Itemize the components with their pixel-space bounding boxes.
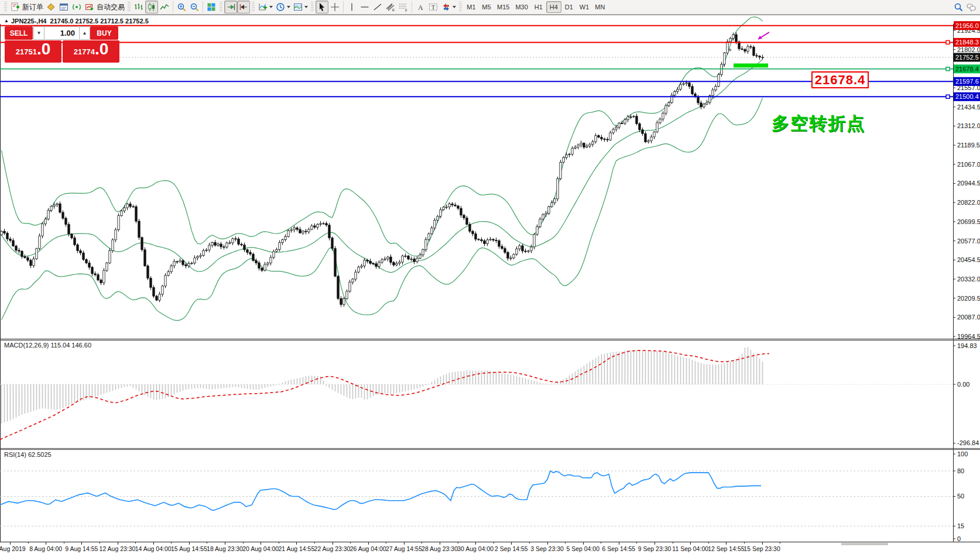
signals-button[interactable] bbox=[70, 1, 83, 13]
candle-bear bbox=[472, 231, 474, 233]
toolbar-grip[interactable] bbox=[4, 2, 7, 12]
text-label-button[interactable]: T bbox=[427, 1, 440, 13]
price-callout-box[interactable]: 21678.4 bbox=[811, 71, 869, 88]
zoom-in-button[interactable] bbox=[175, 1, 188, 13]
cursor-button[interactable] bbox=[316, 1, 328, 13]
zoom-out-button[interactable] bbox=[188, 1, 201, 13]
trendline-button[interactable] bbox=[371, 1, 384, 13]
search-button[interactable] bbox=[952, 1, 965, 13]
timeframe-m1-button[interactable]: M1 bbox=[464, 1, 479, 13]
volume-decrease-button[interactable]: ▼ bbox=[33, 26, 44, 40]
bar-chart-icon bbox=[133, 2, 144, 12]
candle-bull bbox=[422, 250, 424, 255]
line-handle[interactable] bbox=[946, 95, 950, 98]
candle-bear bbox=[249, 252, 251, 254]
text-button[interactable]: A bbox=[414, 1, 427, 13]
candlestick-chart-button[interactable] bbox=[145, 1, 158, 13]
auto-trading-button[interactable]: 自动交易 bbox=[83, 1, 126, 13]
toolbar-grip[interactable] bbox=[311, 2, 314, 12]
toolbar-grip[interactable] bbox=[459, 2, 462, 12]
vertical-line-button[interactable] bbox=[345, 1, 358, 13]
new-order-button[interactable]: 新订单 bbox=[9, 1, 44, 13]
candle-bull bbox=[343, 299, 345, 305]
timeframe-h1-button[interactable]: H1 bbox=[531, 1, 546, 13]
periods-button[interactable] bbox=[274, 1, 292, 13]
timeframe-d1-button[interactable]: D1 bbox=[561, 1, 577, 13]
candle-bear bbox=[74, 238, 76, 245]
timeframe-m5-button[interactable]: M5 bbox=[479, 1, 494, 13]
candle-bear bbox=[135, 207, 137, 221]
line-chart-button[interactable] bbox=[158, 1, 171, 13]
rsi-label: RSI(14) 62.5025 bbox=[4, 451, 52, 458]
volume-input[interactable]: 1.00 bbox=[44, 26, 78, 40]
candle-bear bbox=[501, 246, 503, 249]
arrows-button[interactable] bbox=[440, 1, 457, 13]
candle-bear bbox=[413, 259, 415, 261]
candle-bull bbox=[551, 203, 553, 207]
price-badge-text: 21500.4 bbox=[955, 93, 979, 100]
volume-increase-button[interactable]: ▲ bbox=[79, 26, 90, 40]
candle-bull bbox=[683, 84, 684, 84]
candle-bull bbox=[323, 223, 324, 224]
market-watch-button[interactable] bbox=[44, 1, 57, 13]
fibonacci-button[interactable]: F bbox=[397, 1, 410, 13]
date-label: 5 Sep 04:00 bbox=[566, 545, 599, 552]
timeframe-w1-button[interactable]: W1 bbox=[577, 1, 592, 13]
candle-bull bbox=[194, 258, 196, 263]
candle-bear bbox=[83, 253, 84, 259]
templates-button[interactable] bbox=[292, 1, 309, 13]
buy-price-box[interactable]: 21774 .0 bbox=[63, 40, 119, 63]
indicators-button[interactable] bbox=[256, 1, 274, 13]
line-handle[interactable] bbox=[946, 40, 950, 44]
chart-canvas[interactable]: +21924.521802.021679.521557.021434.52131… bbox=[0, 24, 980, 542]
chat-button[interactable] bbox=[965, 1, 978, 13]
trendline-icon bbox=[372, 2, 383, 12]
candle-bull bbox=[609, 133, 611, 140]
date-minor-tick bbox=[386, 542, 386, 543]
sell-price-box[interactable]: 21751 .0 bbox=[5, 40, 61, 63]
pivot-annotation-text[interactable]: 多空转折点 bbox=[772, 112, 865, 136]
candle-bear bbox=[642, 130, 643, 134]
timeframe-mn-button[interactable]: MN bbox=[592, 1, 608, 13]
sell-button[interactable]: SELL bbox=[5, 26, 33, 40]
timeframe-m30-button[interactable]: M30 bbox=[512, 1, 530, 13]
crosshair-button[interactable] bbox=[328, 1, 341, 13]
toolbar-grip[interactable] bbox=[252, 2, 255, 12]
candle-bull bbox=[44, 219, 46, 224]
auto-scroll-button[interactable] bbox=[224, 1, 237, 13]
candle-bear bbox=[132, 207, 134, 207]
toolbar-grip[interactable] bbox=[220, 2, 222, 12]
svg-text:A: A bbox=[418, 4, 423, 12]
candle-bear bbox=[334, 249, 336, 276]
timeframe-h4-button[interactable]: H4 bbox=[546, 1, 561, 13]
candle-bull bbox=[364, 260, 365, 266]
chart-shift-button[interactable] bbox=[237, 1, 250, 13]
horizontal-line-button[interactable] bbox=[358, 1, 371, 13]
candle-bull bbox=[121, 211, 122, 215]
timeframe-m15-button[interactable]: M15 bbox=[494, 1, 512, 13]
text-label-icon: T bbox=[428, 2, 438, 12]
date-tick bbox=[189, 542, 190, 545]
candle-bear bbox=[68, 225, 70, 234]
data-window-button[interactable] bbox=[57, 1, 70, 13]
tile-windows-button[interactable] bbox=[205, 1, 218, 13]
candle-bear bbox=[220, 244, 222, 247]
collapse-triangle-icon[interactable]: ▲ bbox=[4, 18, 9, 23]
candle-bear bbox=[691, 87, 693, 94]
candle-bull bbox=[264, 264, 266, 270]
candle-bull bbox=[293, 228, 295, 230]
toolbar-grip[interactable] bbox=[128, 2, 131, 12]
candle-bull bbox=[285, 237, 286, 240]
candle-bear bbox=[176, 261, 178, 262]
candle-bull bbox=[437, 216, 438, 220]
date-label: 28 Aug 23:30 bbox=[422, 545, 458, 552]
date-label: 21 Aug 14:55 bbox=[278, 545, 314, 552]
buy-button[interactable]: BUY bbox=[90, 26, 118, 40]
bar-chart-button[interactable] bbox=[132, 1, 145, 13]
candle-bull bbox=[317, 224, 318, 227]
line-handle[interactable] bbox=[946, 67, 950, 71]
candle-bear bbox=[340, 298, 342, 304]
horizontal-scrollbar-thumb[interactable] bbox=[841, 543, 888, 545]
candle-bear bbox=[65, 218, 67, 225]
equidistant-channel-button[interactable]: E bbox=[384, 1, 397, 13]
